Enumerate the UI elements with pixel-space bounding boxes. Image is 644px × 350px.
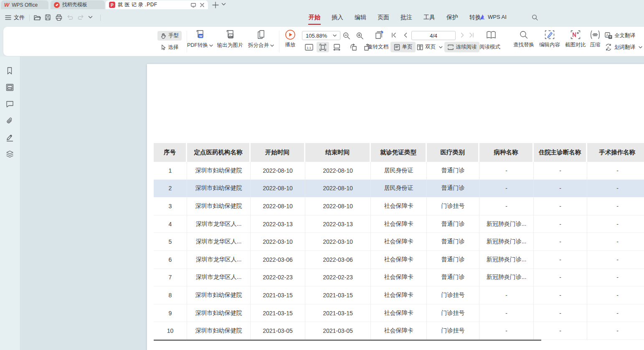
new-tab-button[interactable] xyxy=(211,1,220,9)
read-mode-button[interactable]: 阅读模式 xyxy=(477,43,503,51)
table-row[interactable]: 8深圳市妇幼保健院2021-03-152021-03-15社会保障卡门诊挂号--… xyxy=(154,286,644,304)
tab-document-pdf[interactable]: P 就 医 记 录 .PDF xyxy=(106,0,208,9)
table-cell: - xyxy=(587,162,644,180)
file-menu[interactable]: 文件 xyxy=(5,14,25,21)
split-merge-button[interactable]: 拆分合并 xyxy=(243,29,279,49)
table-cell: 2021-03-05 xyxy=(305,322,371,340)
export-image-icon xyxy=(225,29,236,41)
previous-page-button[interactable] xyxy=(403,32,409,38)
table-row[interactable]: 7深圳市龙华区人...2022-02-232022-02-23社会保障卡普通门诊… xyxy=(154,269,644,287)
svg-text:A: A xyxy=(606,33,609,37)
table-row[interactable]: 5深圳市龙华区人...2022-03-102022-03-10社会保障卡普通门诊… xyxy=(154,233,644,251)
last-page-icon xyxy=(469,32,474,38)
find-replace-button[interactable]: 查找替换 xyxy=(510,30,538,49)
table-row[interactable]: 4深圳市龙华区人...2022-03-132022-03-13社会保障卡普通门诊… xyxy=(154,215,644,233)
menu-insert[interactable]: 插入 xyxy=(331,12,344,23)
compress-button[interactable]: 压缩 xyxy=(586,30,604,49)
actual-size-button[interactable]: 1:1 xyxy=(304,42,314,52)
next-page-button[interactable] xyxy=(459,32,466,38)
redo-button[interactable] xyxy=(77,14,85,21)
table-row[interactable]: 10深圳市妇幼保健院2021-03-052021-03-05社会保障卡门诊挂号-… xyxy=(154,322,644,340)
menu-edit[interactable]: 编辑 xyxy=(354,12,367,23)
column-header: 就诊凭证类型 xyxy=(371,143,427,162)
select-tool-button[interactable]: 选择 xyxy=(157,43,182,52)
edit-content-icon xyxy=(545,30,555,39)
word-translate-button[interactable]: A 划词翻译 xyxy=(605,43,642,52)
bookmarks-panel-button[interactable] xyxy=(6,67,14,75)
table-row[interactable]: 2深圳市妇幼保健院2022-08-102022-08-10居民身份证普通门诊--… xyxy=(154,180,644,198)
full-translate-button[interactable]: A 全文翻译 xyxy=(605,31,635,40)
column-header: 序号 xyxy=(154,143,187,162)
tab-wps-office[interactable]: W WPS Office xyxy=(1,0,48,9)
rotate-document-button[interactable]: 旋转文档 xyxy=(365,43,391,51)
open-file-button[interactable] xyxy=(33,14,41,21)
edit-content-button[interactable]: 编辑内容 xyxy=(535,30,564,49)
pdf-convert-icon: W xyxy=(195,29,205,41)
export-image-label: 输出为图片 xyxy=(217,42,243,49)
menu-tools[interactable]: 工具 xyxy=(423,12,436,23)
play-button[interactable]: 播放 xyxy=(278,29,303,49)
split-merge-label: 拆分合并 xyxy=(248,42,269,49)
word-translate-icon: A xyxy=(605,43,612,51)
table-cell: 深圳市妇幼保健院 xyxy=(187,197,251,215)
document-canvas: 序号定点医药机构名称开始时间结束时间就诊凭证类型医疗类别病种名称住院主诊断名称手… xyxy=(21,56,644,350)
thumbnails-panel-button[interactable] xyxy=(6,84,14,92)
menu-protect[interactable]: 保护 xyxy=(446,12,459,23)
table-cell: 2021-03-15 xyxy=(251,304,305,322)
table-header-row: 序号定点医药机构名称开始时间结束时间就诊凭证类型医疗类别病种名称住院主诊断名称手… xyxy=(154,143,644,162)
svg-text:W: W xyxy=(199,34,203,38)
tab-docer-templates[interactable]: 找稻壳模板 xyxy=(51,0,105,9)
screenshot-compare-button[interactable]: 截图对比 xyxy=(561,30,590,49)
present-monitor-icon[interactable] xyxy=(190,2,196,8)
zoom-level-select[interactable]: 105.88% xyxy=(302,31,340,40)
menu-wps-ai[interactable]: WPS AI xyxy=(479,14,507,20)
table-cell: 新冠肺炎门诊... xyxy=(479,233,534,251)
menu-home[interactable]: 开始 xyxy=(308,12,321,23)
table-row[interactable]: 9深圳市妇幼保健院2021-03-152021-03-15社会保障卡门诊挂号--… xyxy=(154,304,644,322)
read-mode-icon-area[interactable] xyxy=(486,30,497,40)
table-bottom-border xyxy=(154,340,541,341)
undo-history-chevron[interactable] xyxy=(88,15,96,23)
table-cell: 深圳市龙华区人... xyxy=(187,269,251,287)
zoom-out-button[interactable] xyxy=(342,31,351,40)
comments-panel-button[interactable] xyxy=(6,100,14,109)
signature-panel-button[interactable] xyxy=(6,133,14,142)
play-label: 播放 xyxy=(285,41,296,49)
zoom-in-button[interactable] xyxy=(356,31,364,40)
single-page-button[interactable]: 单页 xyxy=(390,42,416,52)
close-tab-icon[interactable] xyxy=(200,3,205,8)
fit-page-button[interactable] xyxy=(332,42,342,52)
word-translate-label: 划词翻译 xyxy=(614,44,635,51)
tab-list-chevron-icon[interactable] xyxy=(221,3,226,6)
table-cell: 居民身份证 xyxy=(371,180,427,198)
print-button[interactable] xyxy=(55,14,63,21)
menu-search-button[interactable] xyxy=(531,14,539,21)
continuous-reading-button[interactable]: 连续阅读 xyxy=(444,42,479,52)
save-button[interactable] xyxy=(44,14,52,21)
menu-comment[interactable]: 批注 xyxy=(400,12,413,23)
table-cell: - xyxy=(479,162,534,180)
fit-width-button[interactable] xyxy=(317,42,329,52)
menu-page[interactable]: 页面 xyxy=(377,12,390,23)
rotate-left-button[interactable] xyxy=(348,42,358,52)
table-row[interactable]: 3深圳市妇幼保健院2022-08-102022-08-10社会保障卡门诊挂号--… xyxy=(154,197,644,215)
layers-panel-button[interactable] xyxy=(6,150,14,158)
first-page-button[interactable] xyxy=(391,32,398,38)
attachments-panel-button[interactable] xyxy=(6,117,14,125)
tab-bar: W WPS Office 找稻壳模板 P 就 医 记 录 .PDF xyxy=(0,0,644,9)
last-page-button[interactable] xyxy=(469,32,475,38)
table-cell: 普通门诊 xyxy=(427,215,479,233)
table-row[interactable]: 1深圳市妇幼保健院2022-08-102022-08-10居民身份证普通门诊--… xyxy=(154,162,644,180)
medical-records-table: 序号定点医药机构名称开始时间结束时间就诊凭证类型医疗类别病种名称住院主诊断名称手… xyxy=(154,143,644,340)
table-row[interactable]: 6深圳市龙华区人...2022-03-062022-03-06社会保障卡普通门诊… xyxy=(154,251,644,269)
table-cell: - xyxy=(534,251,587,269)
rotate-document-button-icon-area[interactable] xyxy=(373,29,385,41)
table-cell: 深圳市龙华区人... xyxy=(187,251,251,269)
hand-tool-button[interactable]: 手型 xyxy=(157,31,182,41)
page-number-input[interactable]: 4/4 xyxy=(411,31,456,40)
table-cell: 2022-08-10 xyxy=(251,180,305,198)
table-cell: 社会保障卡 xyxy=(371,233,427,251)
document-title: 就 医 记 录 .PDF xyxy=(118,1,187,8)
double-page-button[interactable]: 双页 xyxy=(417,42,443,52)
undo-button[interactable] xyxy=(66,14,74,21)
